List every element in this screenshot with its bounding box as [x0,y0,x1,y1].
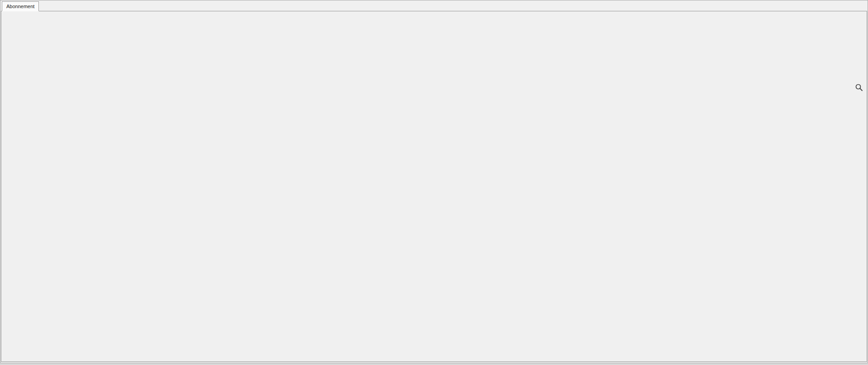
search-icon [855,83,863,91]
tab-label: Abonnement [6,4,34,9]
grid-search-button[interactable] [855,83,863,93]
tab-abonnement[interactable]: Abonnement [2,1,39,11]
tab-page [1,11,867,362]
